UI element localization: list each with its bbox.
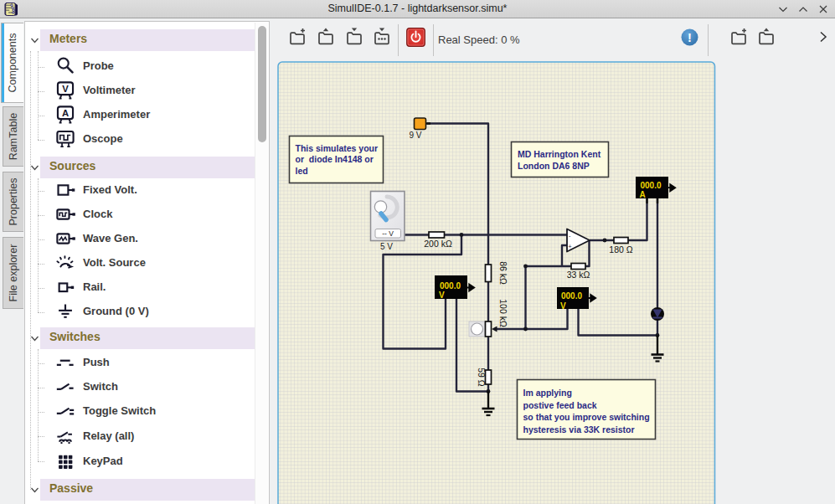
minimize-button[interactable]: [776, 3, 790, 16]
section-collapse-chevron[interactable]: [29, 162, 40, 173]
component-item-label: KeyPad: [83, 455, 123, 467]
tab-properties[interactable]: Properties: [3, 172, 23, 232]
section-header-passive[interactable]: Passive: [40, 479, 255, 501]
circuit-canvas[interactable]: 9 V -- V 5 V 200 kΩ 33 kΩ: [277, 61, 716, 504]
toolbar-separator-1: [398, 24, 399, 56]
tree-root-guide-line: [30, 51, 31, 490]
power-button[interactable]: [406, 28, 425, 47]
voltmeter2-unit: V: [560, 301, 566, 311]
resistor-33k-label: 33 kΩ: [567, 270, 590, 280]
tab-components[interactable]: Components: [1, 23, 23, 103]
section-header-sources[interactable]: Sources: [40, 157, 255, 178]
component-item-rail[interactable]: Rail.: [25, 275, 255, 300]
component-item-amperimeter[interactable]: AAmperimeter: [25, 103, 255, 127]
ground-icon: [54, 301, 76, 322]
section-header-switches[interactable]: Switches: [40, 327, 255, 349]
window-title: SimulIDE-0.1.7 - lightdarksensor.simu*: [0, 0, 835, 18]
note-diode[interactable]: This simulates your or diode In4148 or l…: [290, 136, 384, 183]
component-item-fixed-volt[interactable]: Fixed Volt.: [25, 178, 255, 203]
tab-file-explorer-label: File explorer: [8, 244, 19, 302]
ammeter-value: 000.0: [641, 181, 662, 190]
maximize-button[interactable]: [796, 3, 810, 16]
real-speed-label: Real Speed: 0 %: [438, 33, 520, 46]
tree-scrollbar[interactable]: [255, 23, 268, 504]
component-item-label: Fixed Volt.: [83, 183, 137, 196]
resistor-180-label: 180 Ω: [609, 244, 632, 255]
note-diode-line3: led: [296, 166, 308, 176]
component-item-label: Clock: [83, 208, 112, 220]
component-item-voltimeter[interactable]: VVoltimeter: [25, 79, 255, 103]
rail-label: 9 V: [410, 131, 422, 140]
note-address[interactable]: MD Harrington Kent London DA6 8NP: [512, 142, 609, 177]
tab-components-label: Components: [7, 33, 18, 93]
oscope-icon: [54, 128, 76, 150]
component-item-label: Relay (all): [83, 429, 134, 442]
tree-branch-tick: [38, 264, 44, 265]
tree-branch-tick: [38, 461, 44, 462]
toolbar-separator-2: [433, 24, 434, 56]
component-item-clock[interactable]: Clock: [25, 203, 255, 227]
component-item-wave-gen[interactable]: Wave Gen.: [25, 227, 255, 251]
section-collapse-chevron[interactable]: [29, 485, 40, 496]
component-item-volt-source[interactable]: Volt. Source: [25, 251, 255, 275]
wave-gen-icon: [54, 228, 76, 249]
toolbar-overflow-icon[interactable]: [817, 30, 830, 44]
resistor-59-label: 59 Ω: [477, 368, 487, 387]
component-item-push[interactable]: Push: [25, 351, 255, 375]
led[interactable]: [651, 307, 664, 321]
component-item-probe[interactable]: Probe: [25, 54, 255, 79]
tree-scrollbar-thumb[interactable]: [258, 26, 266, 142]
section-collapse-chevron[interactable]: [29, 333, 40, 344]
open-circuit-button[interactable]: [316, 27, 336, 47]
note-diode-line2: or diode In4148 or: [296, 154, 374, 164]
component-item-toggle-switch[interactable]: Toggle Switch: [25, 399, 255, 424]
component-item-label: Volt. Source: [83, 256, 146, 269]
save-circuit-as-button[interactable]: [372, 27, 392, 47]
resistor-59[interactable]: 59 Ω: [477, 368, 492, 387]
tree-branch-tick: [38, 215, 44, 216]
voltage-source-display: -- V: [382, 229, 394, 238]
tree-branch-tick: [38, 191, 44, 192]
component-item-keypad[interactable]: KeyPad: [25, 450, 255, 474]
component-item-label: Push: [83, 356, 110, 368]
tree-branch-tick: [38, 312, 44, 313]
voltmeter1-value: 000.0: [440, 281, 461, 291]
note-feedback-line4: hysteresis via 33K resistor: [523, 424, 635, 435]
tab-ramtable[interactable]: RamTable: [3, 106, 23, 167]
section-label: Passive: [49, 481, 93, 495]
component-item-label: Oscope: [83, 132, 123, 145]
svg-text:A: A: [62, 108, 69, 118]
volt-source-icon: [54, 252, 76, 274]
ammeter-unit: A: [640, 190, 646, 199]
note-feedback-line1: Im applying: [523, 388, 572, 398]
note-feedback-line2: postive feed back: [523, 400, 597, 410]
push-icon: [54, 352, 76, 373]
new-circuit-button[interactable]: [287, 27, 307, 47]
section-collapse-chevron[interactable]: [29, 35, 40, 46]
svg-text:V: V: [62, 84, 69, 94]
tab-file-explorer[interactable]: File explorer: [3, 237, 23, 309]
voltmeter-icon: V: [54, 80, 76, 101]
simulide-window: SimulIDE-0.1.7 - lightdarksensor.simu* C…: [0, 0, 835, 504]
tree-branch-tick: [38, 140, 44, 141]
toggle-switch-icon: [54, 400, 76, 422]
save-circuit-button[interactable]: [344, 27, 364, 47]
close-button[interactable]: [817, 3, 830, 16]
note-feedback[interactable]: Im applying postive feed back so that yo…: [518, 380, 656, 440]
info-icon[interactable]: !: [681, 28, 698, 46]
open-file-button[interactable]: [756, 27, 776, 47]
new-file-button[interactable]: [729, 27, 749, 47]
relay-icon: [54, 425, 76, 447]
tree-branch-tick: [38, 436, 44, 437]
svg-text:+: +: [569, 244, 572, 249]
component-item-ground-0-v[interactable]: Ground (0 V): [25, 300, 255, 324]
tree-branch-tick: [38, 288, 44, 289]
note-feedback-line3: so that you improve switching: [523, 412, 650, 422]
section-label: Switches: [49, 330, 101, 343]
tree-branch-tick: [38, 363, 44, 364]
svg-text:!: !: [688, 31, 692, 44]
section-header-meters[interactable]: Meters: [40, 29, 255, 51]
component-item-switch[interactable]: Switch: [25, 375, 255, 399]
component-item-oscope[interactable]: Oscope: [25, 127, 255, 152]
component-item-relay-all[interactable]: Relay (all): [25, 424, 255, 449]
